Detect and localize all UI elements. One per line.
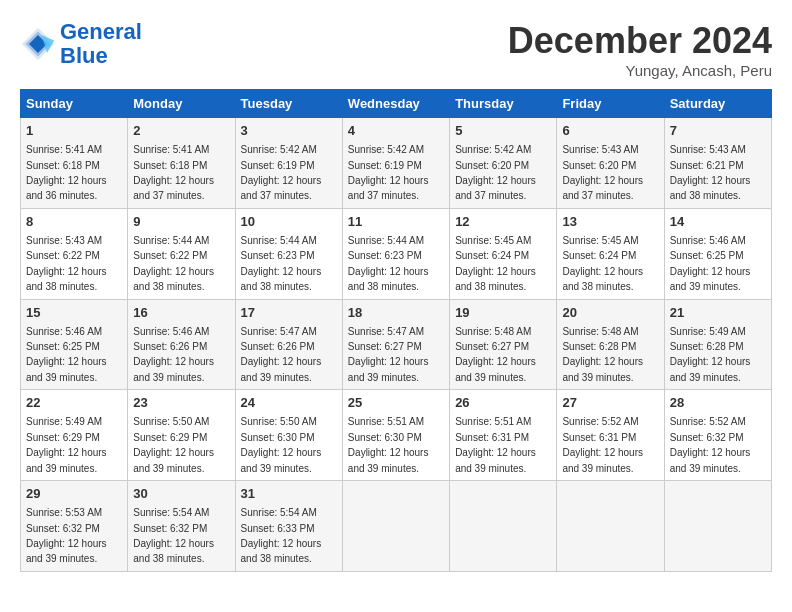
calendar-day-cell: 17Sunrise: 5:47 AM Sunset: 6:26 PM Dayli… xyxy=(235,299,342,390)
day-number: 27 xyxy=(562,394,658,412)
calendar-day-cell: 24Sunrise: 5:50 AM Sunset: 6:30 PM Dayli… xyxy=(235,390,342,481)
calendar-day-cell: 6Sunrise: 5:43 AM Sunset: 6:20 PM Daylig… xyxy=(557,118,664,209)
day-detail: Sunrise: 5:46 AM Sunset: 6:25 PM Dayligh… xyxy=(670,235,751,292)
logo-line2: Blue xyxy=(60,43,108,68)
logo: General Blue xyxy=(20,20,142,68)
calendar-day-cell xyxy=(557,481,664,572)
calendar-week-row: 22Sunrise: 5:49 AM Sunset: 6:29 PM Dayli… xyxy=(21,390,772,481)
day-number: 30 xyxy=(133,485,229,503)
day-detail: Sunrise: 5:41 AM Sunset: 6:18 PM Dayligh… xyxy=(133,144,214,201)
day-number: 13 xyxy=(562,213,658,231)
calendar-day-cell: 23Sunrise: 5:50 AM Sunset: 6:29 PM Dayli… xyxy=(128,390,235,481)
header-day-sunday: Sunday xyxy=(21,90,128,118)
calendar-day-cell: 14Sunrise: 5:46 AM Sunset: 6:25 PM Dayli… xyxy=(664,208,771,299)
calendar-day-cell: 26Sunrise: 5:51 AM Sunset: 6:31 PM Dayli… xyxy=(450,390,557,481)
day-number: 16 xyxy=(133,304,229,322)
day-number: 25 xyxy=(348,394,444,412)
day-detail: Sunrise: 5:41 AM Sunset: 6:18 PM Dayligh… xyxy=(26,144,107,201)
day-detail: Sunrise: 5:49 AM Sunset: 6:29 PM Dayligh… xyxy=(26,416,107,473)
day-number: 29 xyxy=(26,485,122,503)
calendar-day-cell: 11Sunrise: 5:44 AM Sunset: 6:23 PM Dayli… xyxy=(342,208,449,299)
day-detail: Sunrise: 5:54 AM Sunset: 6:33 PM Dayligh… xyxy=(241,507,322,564)
day-detail: Sunrise: 5:51 AM Sunset: 6:31 PM Dayligh… xyxy=(455,416,536,473)
day-detail: Sunrise: 5:52 AM Sunset: 6:32 PM Dayligh… xyxy=(670,416,751,473)
day-detail: Sunrise: 5:46 AM Sunset: 6:26 PM Dayligh… xyxy=(133,326,214,383)
calendar-day-cell: 4Sunrise: 5:42 AM Sunset: 6:19 PM Daylig… xyxy=(342,118,449,209)
day-detail: Sunrise: 5:53 AM Sunset: 6:32 PM Dayligh… xyxy=(26,507,107,564)
calendar-week-row: 29Sunrise: 5:53 AM Sunset: 6:32 PM Dayli… xyxy=(21,481,772,572)
header-day-thursday: Thursday xyxy=(450,90,557,118)
calendar-day-cell: 25Sunrise: 5:51 AM Sunset: 6:30 PM Dayli… xyxy=(342,390,449,481)
day-number: 31 xyxy=(241,485,337,503)
calendar-day-cell: 12Sunrise: 5:45 AM Sunset: 6:24 PM Dayli… xyxy=(450,208,557,299)
day-detail: Sunrise: 5:42 AM Sunset: 6:19 PM Dayligh… xyxy=(241,144,322,201)
logo-text: General Blue xyxy=(60,20,142,68)
calendar-day-cell xyxy=(664,481,771,572)
day-detail: Sunrise: 5:43 AM Sunset: 6:20 PM Dayligh… xyxy=(562,144,643,201)
day-detail: Sunrise: 5:48 AM Sunset: 6:27 PM Dayligh… xyxy=(455,326,536,383)
calendar-day-cell: 9Sunrise: 5:44 AM Sunset: 6:22 PM Daylig… xyxy=(128,208,235,299)
calendar-body: 1Sunrise: 5:41 AM Sunset: 6:18 PM Daylig… xyxy=(21,118,772,572)
day-detail: Sunrise: 5:42 AM Sunset: 6:20 PM Dayligh… xyxy=(455,144,536,201)
day-detail: Sunrise: 5:44 AM Sunset: 6:22 PM Dayligh… xyxy=(133,235,214,292)
title-block: December 2024 Yungay, Ancash, Peru xyxy=(508,20,772,79)
calendar-day-cell: 22Sunrise: 5:49 AM Sunset: 6:29 PM Dayli… xyxy=(21,390,128,481)
header-day-tuesday: Tuesday xyxy=(235,90,342,118)
header-day-wednesday: Wednesday xyxy=(342,90,449,118)
day-detail: Sunrise: 5:54 AM Sunset: 6:32 PM Dayligh… xyxy=(133,507,214,564)
calendar-week-row: 15Sunrise: 5:46 AM Sunset: 6:25 PM Dayli… xyxy=(21,299,772,390)
logo-line1: General xyxy=(60,19,142,44)
day-number: 19 xyxy=(455,304,551,322)
day-detail: Sunrise: 5:50 AM Sunset: 6:29 PM Dayligh… xyxy=(133,416,214,473)
day-number: 22 xyxy=(26,394,122,412)
calendar-header-row: SundayMondayTuesdayWednesdayThursdayFrid… xyxy=(21,90,772,118)
calendar-day-cell: 21Sunrise: 5:49 AM Sunset: 6:28 PM Dayli… xyxy=(664,299,771,390)
calendar-day-cell: 10Sunrise: 5:44 AM Sunset: 6:23 PM Dayli… xyxy=(235,208,342,299)
calendar-day-cell: 5Sunrise: 5:42 AM Sunset: 6:20 PM Daylig… xyxy=(450,118,557,209)
header-day-saturday: Saturday xyxy=(664,90,771,118)
calendar-day-cell: 15Sunrise: 5:46 AM Sunset: 6:25 PM Dayli… xyxy=(21,299,128,390)
day-number: 15 xyxy=(26,304,122,322)
day-number: 7 xyxy=(670,122,766,140)
calendar-table: SundayMondayTuesdayWednesdayThursdayFrid… xyxy=(20,89,772,572)
header-day-monday: Monday xyxy=(128,90,235,118)
day-number: 14 xyxy=(670,213,766,231)
calendar-day-cell: 28Sunrise: 5:52 AM Sunset: 6:32 PM Dayli… xyxy=(664,390,771,481)
day-number: 9 xyxy=(133,213,229,231)
day-number: 1 xyxy=(26,122,122,140)
day-detail: Sunrise: 5:49 AM Sunset: 6:28 PM Dayligh… xyxy=(670,326,751,383)
day-number: 17 xyxy=(241,304,337,322)
day-number: 24 xyxy=(241,394,337,412)
day-number: 5 xyxy=(455,122,551,140)
calendar-day-cell: 31Sunrise: 5:54 AM Sunset: 6:33 PM Dayli… xyxy=(235,481,342,572)
day-detail: Sunrise: 5:44 AM Sunset: 6:23 PM Dayligh… xyxy=(241,235,322,292)
calendar-day-cell: 2Sunrise: 5:41 AM Sunset: 6:18 PM Daylig… xyxy=(128,118,235,209)
calendar-day-cell: 27Sunrise: 5:52 AM Sunset: 6:31 PM Dayli… xyxy=(557,390,664,481)
page-header: General Blue December 2024 Yungay, Ancas… xyxy=(20,20,772,79)
day-detail: Sunrise: 5:51 AM Sunset: 6:30 PM Dayligh… xyxy=(348,416,429,473)
calendar-day-cell: 18Sunrise: 5:47 AM Sunset: 6:27 PM Dayli… xyxy=(342,299,449,390)
calendar-day-cell: 16Sunrise: 5:46 AM Sunset: 6:26 PM Dayli… xyxy=(128,299,235,390)
calendar-day-cell: 20Sunrise: 5:48 AM Sunset: 6:28 PM Dayli… xyxy=(557,299,664,390)
day-detail: Sunrise: 5:46 AM Sunset: 6:25 PM Dayligh… xyxy=(26,326,107,383)
day-number: 18 xyxy=(348,304,444,322)
day-number: 12 xyxy=(455,213,551,231)
day-detail: Sunrise: 5:43 AM Sunset: 6:22 PM Dayligh… xyxy=(26,235,107,292)
calendar-day-cell: 8Sunrise: 5:43 AM Sunset: 6:22 PM Daylig… xyxy=(21,208,128,299)
calendar-day-cell: 30Sunrise: 5:54 AM Sunset: 6:32 PM Dayli… xyxy=(128,481,235,572)
day-number: 10 xyxy=(241,213,337,231)
calendar-day-cell: 3Sunrise: 5:42 AM Sunset: 6:19 PM Daylig… xyxy=(235,118,342,209)
day-number: 23 xyxy=(133,394,229,412)
location: Yungay, Ancash, Peru xyxy=(508,62,772,79)
day-number: 21 xyxy=(670,304,766,322)
header-day-friday: Friday xyxy=(557,90,664,118)
calendar-day-cell: 19Sunrise: 5:48 AM Sunset: 6:27 PM Dayli… xyxy=(450,299,557,390)
day-number: 3 xyxy=(241,122,337,140)
calendar-day-cell: 13Sunrise: 5:45 AM Sunset: 6:24 PM Dayli… xyxy=(557,208,664,299)
day-detail: Sunrise: 5:42 AM Sunset: 6:19 PM Dayligh… xyxy=(348,144,429,201)
day-number: 26 xyxy=(455,394,551,412)
day-number: 28 xyxy=(670,394,766,412)
day-number: 6 xyxy=(562,122,658,140)
day-detail: Sunrise: 5:44 AM Sunset: 6:23 PM Dayligh… xyxy=(348,235,429,292)
day-detail: Sunrise: 5:48 AM Sunset: 6:28 PM Dayligh… xyxy=(562,326,643,383)
